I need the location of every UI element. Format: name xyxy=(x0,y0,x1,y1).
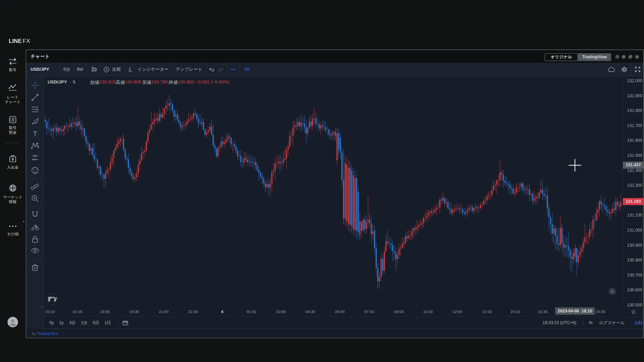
svg-text:T: T xyxy=(33,130,37,137)
